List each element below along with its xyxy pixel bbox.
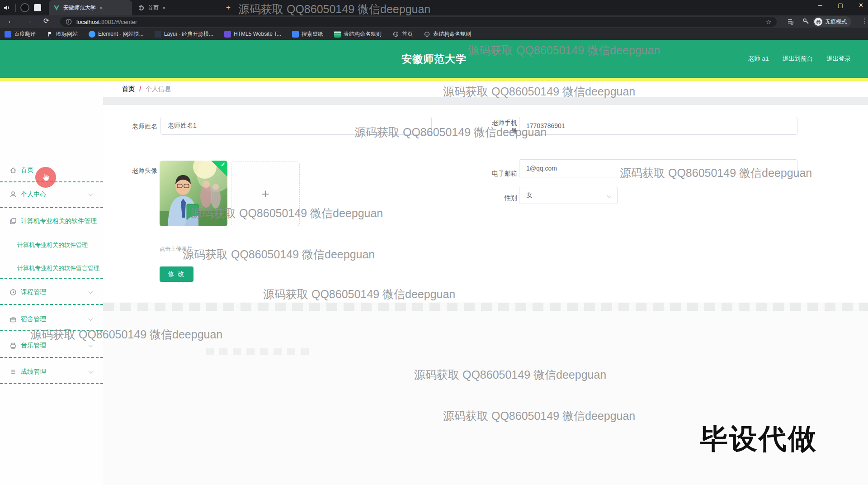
- speaker-icon: [3, 4, 11, 12]
- faint-stripe-band: [103, 303, 868, 311]
- incognito-badge[interactable]: 无痕模式: [813, 16, 851, 27]
- bookmark-item[interactable]: 表结构命名规则: [424, 30, 471, 38]
- url-path: :8081/#/center: [99, 19, 137, 25]
- breadcrumb: 首页 / 个人信息: [103, 81, 868, 97]
- chevron-down-icon: [89, 192, 93, 196]
- gender-select-value: 女: [526, 191, 533, 200]
- home-icon: [9, 166, 17, 174]
- bookmark-item[interactable]: 首页: [392, 30, 413, 38]
- teacher-avatar-label: 老师头像: [108, 166, 157, 175]
- bookmark-item[interactable]: 搜索壁纸: [292, 30, 323, 38]
- bookmark-label: 表结构命名规则: [433, 30, 471, 38]
- password-key-icon[interactable]: [802, 17, 810, 25]
- gender-label: 性别: [488, 194, 517, 202]
- header-logout-link[interactable]: 退出登录: [826, 55, 851, 63]
- bookmark-star-icon[interactable]: ☆: [766, 19, 771, 25]
- sidebar-divider: [0, 207, 103, 208]
- element-favicon-icon: [89, 31, 95, 38]
- bookmark-item[interactable]: 表结构命名规则: [334, 30, 382, 38]
- bookmark-item[interactable]: 百度翻译: [5, 30, 36, 38]
- header-exit-front-link[interactable]: 退出到前台: [783, 55, 813, 63]
- bookmark-label: Element - 网站快...: [98, 30, 144, 38]
- new-tab-button[interactable]: +: [226, 3, 231, 12]
- window-close-button[interactable]: ✕: [859, 2, 863, 9]
- breadcrumb-separator: /: [139, 86, 141, 93]
- globe-favicon-icon: [424, 31, 430, 38]
- sidebar-item-music[interactable]: 音乐管理: [0, 339, 103, 352]
- browser-toolbar: ← → ⟳ localhost :8081/#/center ☆ 无痕模式 ⋮: [0, 15, 868, 28]
- modify-button[interactable]: 修 改: [160, 266, 193, 282]
- bookmark-item[interactable]: Element - 网站快...: [89, 30, 144, 38]
- tab-close-icon[interactable]: ×: [99, 5, 103, 11]
- layui-favicon-icon: [155, 31, 161, 38]
- sidebar-item-dormitory[interactable]: 宿舍管理: [0, 313, 103, 326]
- sidebar-divider: [0, 278, 103, 279]
- baidu-translate-favicon-icon: [5, 31, 11, 38]
- site-info-icon[interactable]: [66, 19, 72, 25]
- window-maximize-button[interactable]: ▢: [838, 2, 843, 9]
- tab-title: 首页: [148, 4, 159, 12]
- bookmark-item[interactable]: 图标网站: [47, 30, 78, 38]
- sidebar-item-label: 音乐管理: [21, 342, 46, 350]
- avatar-upload-box[interactable]: +: [231, 162, 300, 226]
- recorder-icon: [20, 3, 29, 12]
- back-button[interactable]: ←: [7, 17, 14, 24]
- tab-title: 安徽师范大学: [63, 4, 96, 12]
- browser-tab-active[interactable]: 安徽师范大学 ×: [49, 0, 132, 15]
- header-links: 老师 a1 退出到前台 退出登录: [748, 40, 851, 78]
- sidebar: 首页 个人中心 计算机专业相关的软件管理 计算机专业相关的软件管理 计算机专业相…: [0, 81, 103, 485]
- sidebar-item-label: 计算机专业相关的软件留言管理: [17, 264, 99, 272]
- reading-list-icon[interactable]: [787, 17, 795, 25]
- app-square-icon: [34, 4, 41, 11]
- browser-tab-inactive[interactable]: 首页 ×: [134, 0, 217, 15]
- content-gap: [103, 97, 868, 105]
- printer-icon: [9, 342, 17, 350]
- teacher-avatar-image[interactable]: ✓: [160, 161, 227, 226]
- sidebar-item-label: 计算机专业相关的软件管理: [21, 217, 97, 225]
- teacher-name-label: 老师姓名: [108, 122, 157, 130]
- breadcrumb-current: 个人信息: [146, 85, 171, 93]
- faint-stripe-band: [206, 348, 314, 355]
- address-bar[interactable]: localhost :8081/#/center ☆: [60, 17, 777, 27]
- bookmark-item[interactable]: HTML5 Website T...: [224, 31, 281, 38]
- gender-select[interactable]: 女: [519, 187, 618, 204]
- bookmark-label: 百度翻译: [14, 30, 36, 38]
- sidebar-divider: [0, 330, 103, 331]
- bookmarks-bar: 百度翻译 图标网站 Element - 网站快... Layui - 经典开源模…: [0, 28, 868, 40]
- globe-favicon-icon: [392, 31, 399, 38]
- browser-menu-icon[interactable]: ⋮: [861, 17, 868, 24]
- sidebar-item-label: 宿舍管理: [21, 315, 46, 323]
- email-input[interactable]: [519, 159, 797, 177]
- bookmark-label: 搜索壁纸: [302, 30, 323, 38]
- reload-button[interactable]: ⟳: [43, 17, 49, 25]
- browser-tab-bar: 安徽师范大学 × 首页 × + ─ ▢ ✕: [0, 0, 868, 15]
- sidebar-subitem-software-message[interactable]: 计算机专业相关的软件留言管理: [0, 262, 103, 275]
- forward-button[interactable]: →: [25, 17, 32, 24]
- sidebar-subitem-software-manage[interactable]: 计算机专业相关的软件管理: [0, 238, 103, 252]
- plus-icon: +: [261, 186, 269, 202]
- header-user-link[interactable]: 老师 a1: [748, 55, 769, 63]
- bookmark-item[interactable]: Layui - 经典开源模...: [155, 30, 213, 38]
- briefcase-icon: [9, 315, 17, 323]
- sidebar-item-label: 成绩管理: [21, 368, 46, 376]
- email-label: 电子邮箱: [488, 169, 517, 177]
- sidebar-item-grades[interactable]: 成绩管理: [0, 365, 103, 379]
- sidebar-item-personal-center[interactable]: 个人中心: [0, 188, 103, 201]
- incognito-icon: [814, 18, 822, 26]
- teacher-phone-input[interactable]: [519, 117, 797, 135]
- globe-favicon-icon: [138, 5, 144, 11]
- bookmark-label: 图标网站: [56, 30, 78, 38]
- screen: 安徽师范大学 × 首页 × + ─ ▢ ✕ ← → ⟳ localhost :8…: [0, 0, 868, 485]
- vue-favicon-icon: [53, 5, 60, 11]
- system-overlay-icons: [3, 0, 41, 15]
- sidebar-item-software-group[interactable]: 计算机专业相关的软件管理: [0, 214, 103, 228]
- window-minimize-button[interactable]: ─: [818, 2, 822, 9]
- yellow-strip: [0, 78, 868, 81]
- teacher-name-input[interactable]: [160, 117, 432, 135]
- sidebar-divider: [0, 383, 103, 384]
- incognito-label: 无痕模式: [825, 18, 847, 26]
- sidebar-item-label: 首页: [21, 166, 33, 174]
- tab-close-icon[interactable]: ×: [162, 5, 166, 11]
- sidebar-item-course[interactable]: 课程管理: [0, 285, 103, 299]
- breadcrumb-home[interactable]: 首页: [122, 85, 135, 93]
